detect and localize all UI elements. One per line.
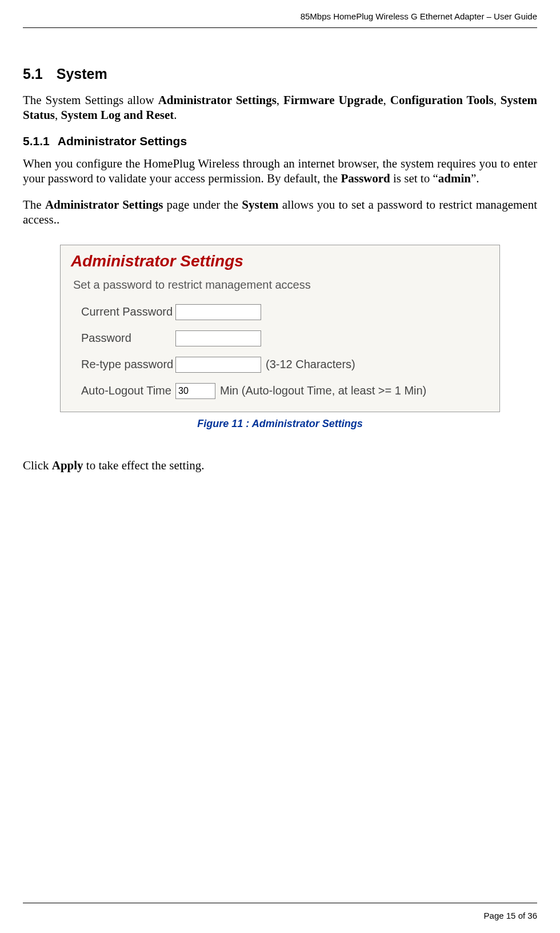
current-password-row: Current Password bbox=[81, 304, 489, 320]
current-password-label: Current Password bbox=[81, 305, 175, 318]
doc-header-title: 85Mbps HomePlug Wireless G Ethernet Adap… bbox=[301, 11, 537, 21]
bold-text: System bbox=[242, 198, 278, 212]
bold-text: Administrator Settings bbox=[158, 93, 277, 107]
subsection-paragraph-2: The Administrator Settings page under th… bbox=[23, 197, 537, 228]
figure-caption: Figure 11 : Administrator Settings bbox=[60, 418, 500, 430]
text: , bbox=[494, 93, 501, 107]
retype-password-row: Re-type password (3-12 Characters) bbox=[81, 357, 489, 373]
text: Click bbox=[23, 458, 52, 472]
retype-password-hint: (3-12 Characters) bbox=[266, 358, 355, 371]
retype-password-label: Re-type password bbox=[81, 358, 175, 371]
section-intro-paragraph: The System Settings allow Administrator … bbox=[23, 93, 537, 123]
autologout-row: Auto-Logout Time Min (Auto-logout Time, … bbox=[81, 383, 489, 399]
header-divider bbox=[23, 27, 537, 28]
text: , bbox=[55, 108, 61, 122]
bold-text: System Log and Reset bbox=[61, 108, 174, 122]
text: . bbox=[174, 108, 177, 122]
autologout-label: Auto-Logout Time bbox=[81, 384, 175, 397]
section-number: 5.1 bbox=[23, 66, 43, 82]
panel-description: Set a password to restrict management ac… bbox=[73, 278, 489, 292]
bold-text: Administrator Settings bbox=[45, 198, 163, 212]
text: ”. bbox=[471, 172, 479, 185]
password-row: Password bbox=[81, 330, 489, 346]
password-input[interactable] bbox=[175, 330, 261, 346]
autologout-input[interactable] bbox=[175, 383, 215, 399]
text: The bbox=[23, 198, 45, 212]
text: , bbox=[383, 93, 390, 107]
password-label: Password bbox=[81, 332, 175, 345]
subsection-paragraph-1: When you configure the HomePlug Wireless… bbox=[23, 156, 537, 186]
section-title: System bbox=[57, 66, 107, 82]
retype-password-input[interactable] bbox=[175, 357, 261, 373]
subsection-number: 5.1.1 bbox=[23, 134, 50, 148]
text: The System Settings allow bbox=[23, 93, 158, 107]
section-heading: 5.1System bbox=[23, 66, 537, 82]
current-password-input[interactable] bbox=[175, 304, 261, 320]
bold-text: Password bbox=[341, 172, 390, 185]
figure-container: Administrator Settings Set a password to… bbox=[60, 245, 500, 430]
page-content: 5.1System The System Settings allow Admi… bbox=[23, 66, 537, 473]
admin-settings-panel: Administrator Settings Set a password to… bbox=[60, 245, 500, 412]
autologout-hint: Min (Auto-logout Time, at least >= 1 Min… bbox=[220, 384, 426, 397]
apply-paragraph: Click Apply to take effect the setting. bbox=[23, 458, 537, 473]
bold-text: admin bbox=[438, 172, 471, 185]
page-number: Page 15 of 36 bbox=[484, 911, 537, 920]
bold-text: Configuration Tools bbox=[390, 93, 494, 107]
bold-text: Firmware Upgrade bbox=[283, 93, 383, 107]
text: , bbox=[277, 93, 283, 107]
footer-divider bbox=[23, 903, 537, 903]
text: page under the bbox=[163, 198, 242, 212]
bold-text: Apply bbox=[52, 458, 83, 472]
text: to take effect the setting. bbox=[83, 458, 205, 472]
subsection-heading: 5.1.1Administrator Settings bbox=[23, 134, 537, 148]
admin-panel-inner: Administrator Settings Set a password to… bbox=[61, 245, 499, 412]
text: is set to “ bbox=[390, 172, 438, 185]
subsection-title: Administrator Settings bbox=[58, 134, 187, 147]
panel-title: Administrator Settings bbox=[71, 252, 489, 270]
